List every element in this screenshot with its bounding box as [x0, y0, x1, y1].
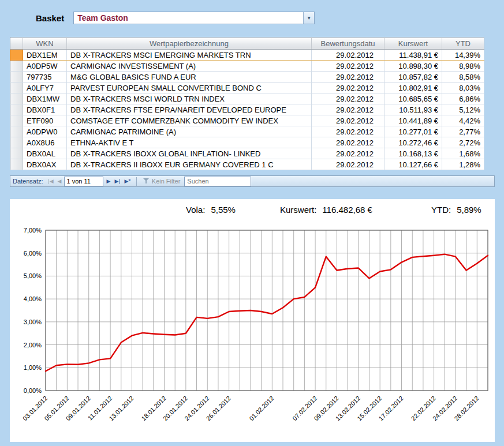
basket-combobox-value[interactable]: Team Gaston: [74, 12, 303, 24]
cell-ytd[interactable]: 8,58%: [442, 72, 484, 83]
svg-text:7,00%: 7,00%: [24, 227, 42, 234]
nav-separator: [136, 177, 137, 186]
column-header-kurswert[interactable]: Kurswert: [384, 38, 442, 50]
row-selector[interactable]: [10, 72, 23, 83]
cell-ytd[interactable]: 2,72%: [442, 137, 484, 148]
search-input[interactable]: [184, 177, 251, 186]
cell-kurswert[interactable]: 10.857,82 €: [384, 72, 442, 83]
row-selector[interactable]: [10, 126, 23, 137]
cell-wkn[interactable]: A0DP5W: [23, 61, 67, 72]
table-row: DBX0F1DB X-TRACKERS FTSE EPRA/NAREIT DEV…: [10, 104, 484, 115]
svg-text:4,00%: 4,00%: [24, 295, 42, 302]
cell-date[interactable]: 29.02.2012: [312, 137, 384, 148]
cell-name[interactable]: DB X-TRACKERS FTSE EPRA/NAREIT DEVELOPED…: [67, 104, 312, 115]
cell-name[interactable]: DB X-TRACKERS MSCI EMERGING MARKETS TRN: [67, 50, 312, 61]
row-selector[interactable]: [10, 93, 23, 104]
select-all-corner[interactable]: [10, 38, 23, 50]
row-selector[interactable]: [10, 83, 23, 93]
svg-text:1,00%: 1,00%: [24, 364, 42, 371]
cell-name[interactable]: PARVEST EUROPEAN SMALL CONVERTIBLE BOND …: [67, 83, 312, 93]
cell-name[interactable]: CARMIGNAC INVESTISSEMENT (A): [67, 61, 312, 72]
cell-wkn[interactable]: A0LFY7: [23, 83, 67, 93]
cell-ytd[interactable]: 4,42%: [442, 115, 484, 126]
cell-wkn[interactable]: DBX1EM: [23, 50, 67, 61]
cell-ytd[interactable]: 6,86%: [442, 93, 484, 104]
cell-wkn[interactable]: 797735: [23, 72, 67, 83]
table-row: A0DPW0CARMIGNAC PATRIMOINE (A)29.02.2012…: [10, 126, 484, 137]
cell-date[interactable]: 29.02.2012: [312, 115, 384, 126]
column-header-ytd[interactable]: YTD: [442, 38, 484, 50]
cell-name[interactable]: ETHNA-AKTIV E T: [67, 137, 312, 148]
cell-date[interactable]: 29.02.2012: [312, 126, 384, 137]
cell-wkn[interactable]: DBX0F1: [23, 104, 67, 115]
cell-date[interactable]: 29.02.2012: [312, 61, 384, 72]
cell-date[interactable]: 29.02.2012: [312, 104, 384, 115]
cell-date[interactable]: 29.02.2012: [312, 72, 384, 83]
cell-kurswert[interactable]: 11.438,91 €: [384, 50, 442, 61]
table-body: DBX1EMDB X-TRACKERS MSCI EMERGING MARKET…: [10, 50, 484, 170]
last-record-button[interactable]: ▶|: [113, 177, 121, 185]
row-selector[interactable]: [10, 50, 23, 61]
basket-table: WKN Wertpapierbezeichnung Bewertungsdatu…: [10, 37, 484, 170]
cell-name[interactable]: DB X-TRACKERS II IBOXX EUR GERMANY COVER…: [67, 159, 312, 170]
column-header-wkn[interactable]: WKN: [23, 38, 67, 50]
row-selector[interactable]: [10, 148, 23, 159]
cell-wkn[interactable]: DBX0AL: [23, 148, 67, 159]
cell-wkn[interactable]: DBX0AX: [23, 159, 67, 170]
cell-name[interactable]: DB X-TRACKERS IBOXX GLOBAL INFLATION- LI…: [67, 148, 312, 159]
cell-ytd[interactable]: 1,68%: [442, 148, 484, 159]
no-filter-button[interactable]: Kein Filter: [141, 178, 183, 185]
cell-wkn[interactable]: DBX1MW: [23, 93, 67, 104]
cell-ytd[interactable]: 1,28%: [442, 159, 484, 170]
column-header-date[interactable]: Bewertungsdatu: [312, 38, 384, 50]
row-selector[interactable]: [10, 61, 23, 72]
cell-date[interactable]: 29.02.2012: [312, 159, 384, 170]
svg-text:5,00%: 5,00%: [24, 272, 42, 279]
cell-ytd[interactable]: 8,98%: [442, 61, 484, 72]
table-row: A0DP5WCARMIGNAC INVESTISSEMENT (A)29.02.…: [10, 61, 484, 72]
row-selector[interactable]: [10, 115, 23, 126]
cell-kurswert[interactable]: 10.898,30 €: [384, 61, 442, 72]
cell-kurswert[interactable]: 10.802,91 €: [384, 83, 442, 93]
cell-ytd[interactable]: 8,03%: [442, 83, 484, 93]
cell-date[interactable]: 29.02.2012: [312, 50, 384, 61]
cell-date[interactable]: 29.02.2012: [312, 83, 384, 93]
record-position-input[interactable]: [64, 177, 103, 186]
svg-text:2,00%: 2,00%: [24, 342, 42, 348]
cell-kurswert[interactable]: 10.441,89 €: [384, 115, 442, 126]
cell-kurswert[interactable]: 10.168,13 €: [384, 148, 442, 159]
cell-name[interactable]: COMSTAGE ETF COMMERZBANK COMMODITY EW IN…: [67, 115, 312, 126]
previous-record-button[interactable]: ◀: [57, 177, 63, 185]
cell-kurswert[interactable]: 10.511,93 €: [384, 104, 442, 115]
cell-name[interactable]: CARMIGNAC PATRIMOINE (A): [67, 126, 312, 137]
cell-name[interactable]: DB X-TRACKERS MSCI WORLD TRN INDEX: [67, 93, 312, 104]
cell-ytd[interactable]: 14,39%: [442, 50, 484, 61]
chevron-down-icon: ▼: [307, 16, 311, 21]
first-record-button[interactable]: |◀: [47, 177, 55, 185]
cell-kurswert[interactable]: 10.272,46 €: [384, 137, 442, 148]
cell-wkn[interactable]: ETF090: [23, 115, 67, 126]
new-record-button[interactable]: ▶*: [123, 177, 132, 185]
cell-ytd[interactable]: 5,12%: [442, 104, 484, 115]
cell-date[interactable]: 29.02.2012: [312, 93, 384, 104]
next-record-button[interactable]: ▶: [105, 177, 111, 185]
column-header-name[interactable]: Wertpapierbezeichnung: [67, 38, 312, 50]
cell-wkn[interactable]: A0DPW0: [23, 126, 67, 137]
row-selector[interactable]: [10, 159, 23, 170]
kurswert-label: Kurswert:: [280, 205, 316, 215]
basket-combobox[interactable]: Team Gaston ▼: [73, 12, 315, 24]
table-row: DBX1MWDB X-TRACKERS MSCI WORLD TRN INDEX…: [10, 93, 484, 104]
cell-name[interactable]: M&G GLOBAL BASICS FUND A EUR: [67, 72, 312, 83]
cell-kurswert[interactable]: 10.127,66 €: [384, 159, 442, 170]
table-row: 797735M&G GLOBAL BASICS FUND A EUR29.02.…: [10, 72, 484, 83]
combobox-dropdown-button[interactable]: ▼: [303, 12, 314, 24]
cell-date[interactable]: 29.02.2012: [312, 148, 384, 159]
vola-label: Vola:: [186, 205, 205, 215]
row-selector[interactable]: [10, 104, 23, 115]
performance-chart: 0,00%1,00%2,00%3,00%4,00%5,00%6,00%7,00%…: [10, 222, 495, 440]
cell-kurswert[interactable]: 10.277,01 €: [384, 126, 442, 137]
row-selector[interactable]: [10, 137, 23, 148]
cell-kurswert[interactable]: 10.685,65 €: [384, 93, 442, 104]
cell-ytd[interactable]: 2,77%: [442, 126, 484, 137]
cell-wkn[interactable]: A0X8U6: [23, 137, 67, 148]
